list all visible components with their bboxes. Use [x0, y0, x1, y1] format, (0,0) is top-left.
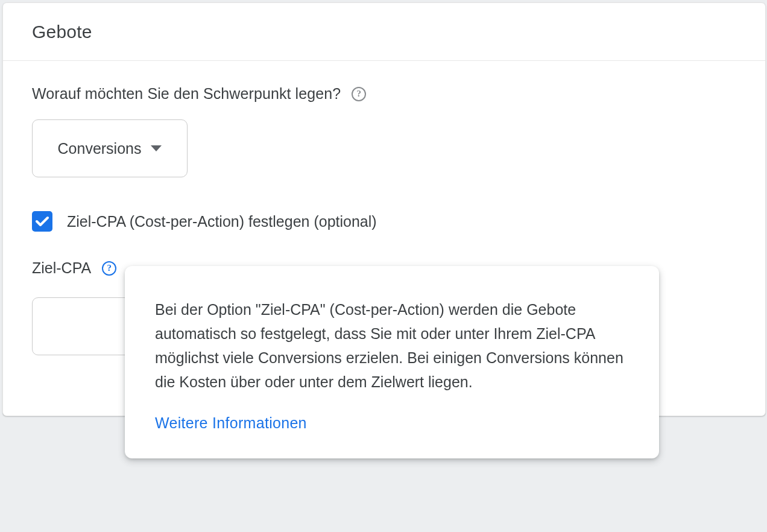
- focus-question-label: Worauf möchten Sie den Schwerpunkt legen…: [32, 85, 341, 103]
- card-title: Gebote: [32, 22, 92, 42]
- tooltip-body: Bei der Option "Ziel-CPA" (Cost-per-Acti…: [155, 297, 629, 394]
- card-header: Gebote: [3, 3, 765, 61]
- target-cpa-checkbox[interactable]: [32, 211, 52, 232]
- learn-more-link[interactable]: Weitere Informationen: [155, 414, 307, 432]
- target-cpa-checkbox-row: Ziel-CPA (Cost-per-Action) festlegen (op…: [32, 211, 736, 232]
- focus-question-row: Worauf möchten Sie den Schwerpunkt legen…: [32, 85, 736, 103]
- target-cpa-label: Ziel-CPA: [32, 259, 91, 277]
- target-cpa-checkbox-label: Ziel-CPA (Cost-per-Action) festlegen (op…: [67, 213, 377, 230]
- help-icon[interactable]: ?: [102, 261, 116, 276]
- chevron-down-icon: [151, 145, 162, 151]
- target-cpa-tooltip: Bei der Option "Ziel-CPA" (Cost-per-Acti…: [125, 266, 659, 458]
- help-icon[interactable]: ?: [352, 87, 366, 101]
- focus-select[interactable]: Conversions: [32, 119, 188, 177]
- checkmark-icon: [36, 216, 49, 227]
- focus-select-value: Conversions: [58, 140, 142, 157]
